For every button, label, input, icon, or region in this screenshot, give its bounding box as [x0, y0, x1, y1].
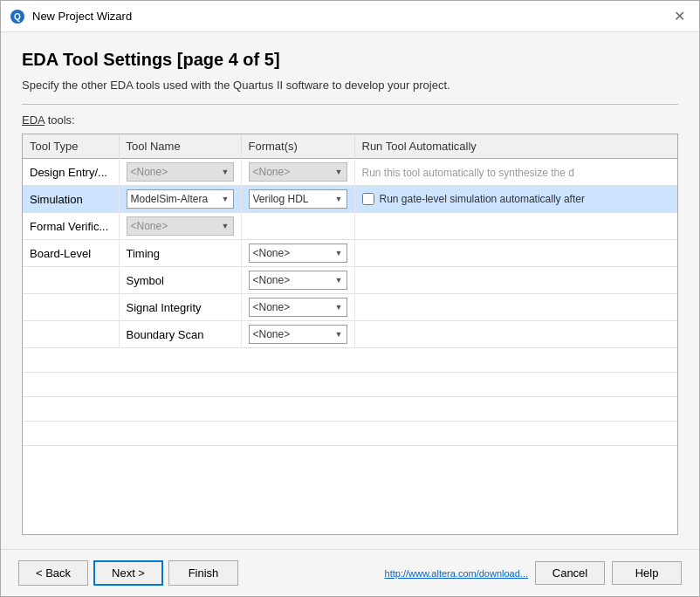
cell-tool-name: ModelSim-Altera ▼ [119, 186, 241, 213]
formats-select[interactable]: <None> ▼ [249, 162, 347, 182]
formats-select[interactable]: Verilog HDL ▼ [249, 189, 347, 209]
table-row-empty [23, 348, 677, 373]
select-value: <None> [131, 166, 220, 178]
page-title: EDA Tool Settings [page 4 of 5] [22, 50, 678, 70]
table-row: Design Entry/... <None> ▼ <None> ▼ [23, 159, 677, 186]
select-value: <None> [131, 220, 220, 232]
dropdown-arrow-icon: ▼ [222, 195, 230, 203]
cell-tool-type: Simulation [23, 186, 119, 213]
cell-tool-name: Boundary Scan [119, 321, 241, 348]
table-row-empty [23, 397, 677, 422]
sub-tool-label: Signal Integrity [127, 301, 202, 314]
finish-button[interactable]: Finish [168, 560, 238, 586]
next-button[interactable]: Next > [93, 560, 163, 586]
dropdown-arrow-icon: ▼ [335, 168, 343, 176]
select-value: <None> [253, 247, 333, 259]
formats-select[interactable]: <None> ▼ [249, 271, 347, 290]
table-row: Formal Verific... <None> ▼ [23, 213, 677, 240]
title-bar-left: Q New Project Wizard [10, 9, 132, 24]
sub-tool-label: Boundary Scan [127, 328, 204, 341]
sub-tool-label: Symbol [127, 274, 164, 287]
table-row: Signal Integrity <None> ▼ [23, 294, 677, 321]
title-bar: Q New Project Wizard ✕ [1, 1, 699, 32]
header-tool-name: Tool Name [119, 134, 241, 159]
table-row-empty [23, 373, 677, 397]
dropdown-arrow-icon: ▼ [335, 303, 343, 312]
select-value: <None> [253, 328, 333, 340]
cell-run-auto [354, 240, 677, 267]
table-row-empty [23, 446, 677, 470]
dropdown-arrow-icon: ▼ [335, 330, 343, 339]
cell-tool-type: Board-Level [23, 240, 119, 267]
close-button[interactable]: ✕ [669, 8, 690, 25]
cell-run-auto [354, 294, 677, 321]
window-title: New Project Wizard [32, 10, 132, 23]
table-body: Design Entry/... <None> ▼ <None> ▼ [23, 159, 677, 470]
header-tool-type: Tool Type [23, 134, 119, 159]
run-auto-checkbox-row: Run gate-level simulation automatically … [362, 193, 671, 205]
cell-formats: <None> ▼ [241, 294, 354, 321]
page-description: Specify the other EDA tools used with th… [22, 79, 678, 92]
table-row-empty [23, 422, 677, 446]
dropdown-arrow-icon: ▼ [222, 168, 230, 176]
content-area: EDA Tool Settings [page 4 of 5] Specify … [1, 32, 699, 549]
header-run-auto: Run Tool Automatically [354, 134, 677, 159]
run-auto-label: Run gate-level simulation automatically … [380, 193, 585, 205]
bottom-bar: < Back Next > Finish http://www.altera.c… [1, 549, 699, 596]
footer-link[interactable]: http://www.altera.com/download... [385, 568, 528, 579]
dropdown-arrow-icon: ▼ [335, 276, 343, 285]
cell-tool-type [23, 321, 119, 348]
table-row: Symbol <None> ▼ [23, 267, 677, 294]
help-button[interactable]: Help [612, 561, 682, 585]
section-label-suffix: tools: [45, 113, 75, 127]
tool-name-select[interactable]: <None> ▼ [127, 162, 234, 182]
dropdown-arrow-icon: ▼ [335, 249, 343, 257]
sub-tool-label: Timing [127, 247, 161, 260]
table-header: Tool Type Tool Name Format(s) Run Tool A… [23, 134, 677, 159]
table-row: Boundary Scan <None> ▼ [23, 321, 677, 348]
select-value: ModelSim-Altera [131, 193, 220, 205]
select-value: Verilog HDL [253, 193, 333, 205]
cell-run-auto: Run this tool automatically to synthesiz… [354, 159, 677, 186]
cell-formats [241, 213, 354, 240]
formats-select[interactable]: <None> ▼ [249, 298, 347, 317]
right-buttons: http://www.altera.com/download... Cancel… [385, 561, 682, 585]
cell-run-auto [354, 213, 677, 240]
divider [22, 104, 678, 105]
nav-buttons-left: < Back Next > Finish [18, 560, 238, 586]
app-icon: Q [10, 9, 25, 24]
tool-name-select[interactable]: ModelSim-Altera ▼ [127, 189, 234, 209]
cell-formats: <None> ▼ [241, 321, 354, 348]
cell-tool-type: Design Entry/... [23, 159, 119, 186]
cell-run-auto: Run gate-level simulation automatically … [354, 186, 677, 213]
cell-tool-name: Symbol [119, 267, 241, 294]
table-row: Simulation ModelSim-Altera ▼ Verilog HDL… [23, 186, 677, 213]
header-formats: Format(s) [241, 134, 354, 159]
select-value: <None> [253, 274, 333, 286]
dropdown-arrow-icon: ▼ [222, 222, 230, 230]
cell-run-auto [354, 321, 677, 348]
cell-formats: <None> ▼ [241, 159, 354, 186]
cell-tool-type: Formal Verific... [23, 213, 119, 240]
eda-tools-table: Tool Type Tool Name Format(s) Run Tool A… [23, 134, 677, 470]
section-label: EDA tools: [22, 113, 678, 127]
cell-tool-name: <None> ▼ [119, 213, 241, 240]
cell-tool-name: Signal Integrity [119, 294, 241, 321]
run-tool-disabled-text: Run this tool automatically to synthesiz… [362, 167, 574, 179]
formats-select[interactable]: <None> ▼ [249, 244, 347, 263]
main-window: Q New Project Wizard ✕ EDA Tool Settings… [0, 0, 700, 597]
cell-tool-name: Timing [119, 240, 241, 267]
tool-name-select[interactable]: <None> ▼ [127, 216, 234, 236]
formats-select[interactable]: <None> ▼ [249, 325, 347, 344]
back-button[interactable]: < Back [18, 560, 88, 586]
select-value: <None> [253, 301, 333, 313]
select-value: <None> [253, 166, 333, 178]
eda-tools-table-container: Tool Type Tool Name Format(s) Run Tool A… [22, 134, 678, 535]
cancel-button[interactable]: Cancel [535, 561, 605, 585]
cell-formats: <None> ▼ [241, 267, 354, 294]
dropdown-arrow-icon: ▼ [335, 195, 343, 203]
cell-tool-type [23, 267, 119, 294]
cell-run-auto [354, 267, 677, 294]
run-auto-checkbox[interactable] [362, 193, 374, 205]
section-label-prefix: EDA [22, 113, 45, 127]
